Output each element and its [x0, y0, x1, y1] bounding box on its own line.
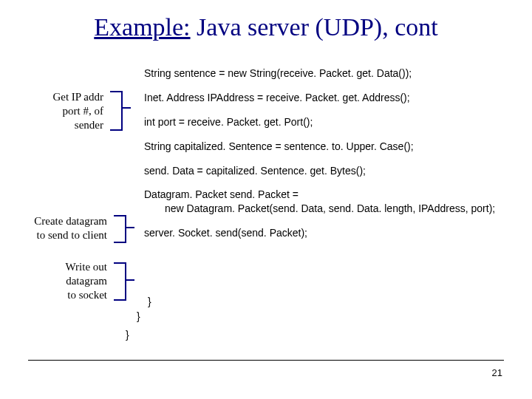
bracket-icon	[111, 213, 137, 245]
code-block: String sentence = new String(receive. Pa…	[144, 66, 514, 250]
annotation-write-out: Write out datagram to socket	[41, 260, 107, 301]
divider	[28, 360, 504, 361]
code-line: server. Socket. send(send. Packet);	[144, 226, 514, 240]
brace: }	[148, 296, 151, 307]
code-line: String capitalized. Sentence = sentence.…	[144, 140, 514, 154]
bracket-icon	[111, 260, 137, 303]
code-line: int port = receive. Packet. get. Port();	[144, 115, 514, 129]
code-line: String sentence = new String(receive. Pa…	[144, 66, 514, 81]
title-rest: Java server (UDP), cont	[191, 13, 438, 41]
page-number: 21	[492, 367, 502, 378]
bracket-icon	[107, 89, 134, 133]
brace: }	[137, 310, 140, 322]
code-line: send. Data = capitalized. Sentence. get.…	[144, 164, 514, 178]
annotation-create-datagram: Create datagram to send to client	[11, 214, 107, 242]
code-line: Datagram. Packet send. Packet = new Data…	[144, 188, 514, 216]
annotation-get-ip: Get IP addr port #, of sender	[33, 90, 103, 132]
title-prefix: Example:	[94, 13, 190, 41]
slide: Example: Java server (UDP), cont String …	[0, 0, 532, 399]
code-line: Inet. Address IPAddress = receive. Packe…	[144, 91, 514, 105]
brace: }	[126, 329, 129, 341]
slide-title: Example: Java server (UDP), cont	[0, 13, 532, 41]
